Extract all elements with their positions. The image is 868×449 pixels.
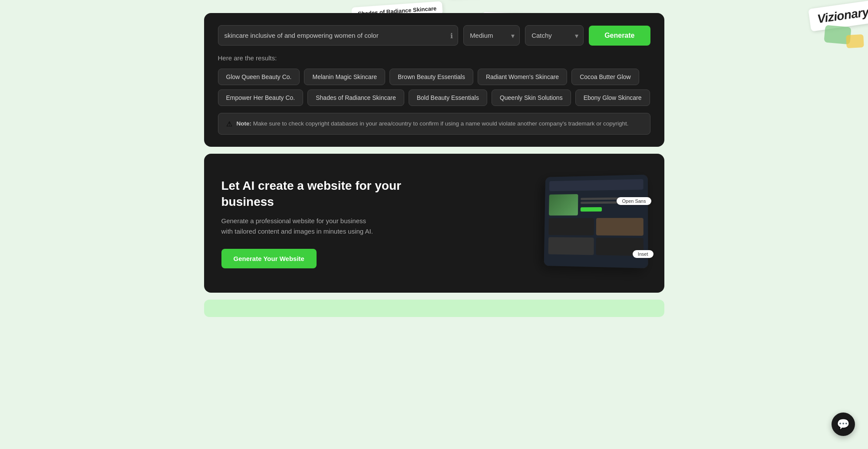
device-grid-1 [548,218,594,235]
note-box: ⚠ Note: Make sure to check copyright dat… [218,113,650,135]
generator-panel: ℹ Short Medium Long Catchy Professional … [204,13,664,147]
chips-row-2: Empower Her Beauty Co. Shades of Radianc… [218,89,650,106]
promo-desc-line1: Generate a professional website for your… [221,217,366,224]
results-label: Here are the results: [218,54,650,62]
device-thumbnail-green [548,194,578,215]
chip-bold-beauty[interactable]: Bold Beauty Essentials [409,89,487,106]
callout-open-sans: Open Sans [617,197,651,205]
device-text-line-2 [580,201,617,204]
promo-visual: Open Sans Inset [525,171,647,275]
chip-queenly-skin[interactable]: Queenly Skin Solutions [492,89,571,106]
chat-bubble-button[interactable]: 💬 [832,413,855,436]
chip-brown-beauty[interactable]: Brown Beauty Essentials [389,69,473,85]
device-grid [548,218,643,256]
promo-description: Generate a professional website for your… [221,216,439,237]
generate-button[interactable]: Generate [589,26,650,46]
style-select[interactable]: Catchy Professional Creative Playful [525,25,584,46]
style-select-wrapper: Catchy Professional Creative Playful [525,25,584,46]
promo-content: Let AI create a website for your busines… [221,178,439,268]
input-row: ℹ Short Medium Long Catchy Professional … [218,25,650,46]
device-header-bar [549,179,643,191]
prompt-wrapper: ℹ [218,25,459,46]
chip-empower-her[interactable]: Empower Her Beauty Co. [218,89,304,106]
prompt-input[interactable] [218,25,459,46]
device-grid-2 [596,218,644,236]
promo-panel: Let AI create a website for your busines… [204,154,664,293]
device-grid-3 [548,237,594,255]
tone-select[interactable]: Short Medium Long [463,25,520,46]
info-icon[interactable]: ℹ [450,31,453,40]
chip-glow-queen[interactable]: Glow Queen Beauty Co. [218,69,300,85]
promo-desc-line2: with tailored content and images in minu… [221,228,373,235]
chat-bubble-icon: 💬 [837,418,850,430]
promo-title: Let AI create a website for your busines… [221,178,439,210]
tone-select-wrapper: Short Medium Long [463,25,520,46]
note-text: Note: Make sure to check copyright datab… [237,119,629,128]
chip-shades-radiance[interactable]: Shades of Radiance Skincare [307,89,404,106]
warning-icon: ⚠ [226,120,232,128]
chip-radiant-women[interactable]: Radiant Women's Skincare [478,69,567,85]
device-button-mock [580,207,601,211]
bottom-strip [204,300,664,317]
callout-inset: Inset [633,250,653,258]
note-bold: Note: [237,120,252,127]
note-body: Make sure to check copyright databases i… [253,120,629,127]
chip-ebony-glow[interactable]: Ebony Glow Skincare [575,89,650,106]
chip-cocoa-butter[interactable]: Cocoa Butter Glow [571,69,639,85]
chip-melanin-magic[interactable]: Melanin Magic Skincare [304,69,385,85]
generate-website-button[interactable]: Generate Your Website [221,249,317,268]
page-wrapper: Brown Beauty Essentials Cocoa Butter Glo… [0,0,868,352]
chips-row-1: Glow Queen Beauty Co. Melanin Magic Skin… [218,69,650,85]
